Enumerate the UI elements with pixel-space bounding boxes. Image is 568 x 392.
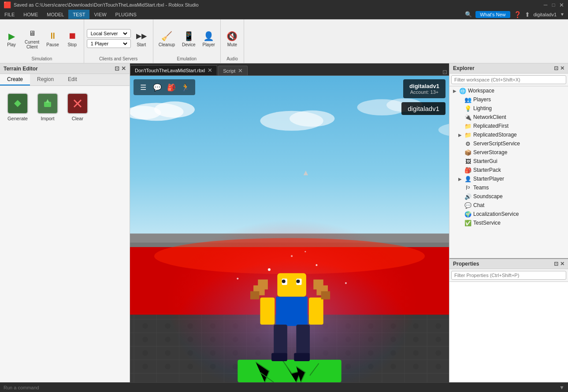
player-hud-account: Account: 13+ <box>409 89 439 95</box>
explorer-filter-input[interactable] <box>451 75 566 84</box>
tree-item-localizationservice[interactable]: ▶ 🌍 LocalizationService <box>449 210 568 218</box>
user-chevron[interactable]: ▼ <box>560 12 564 17</box>
device-button[interactable]: 📱 Device <box>179 28 198 49</box>
svg-rect-142 <box>321 291 330 299</box>
character-btn[interactable]: 🏃 <box>179 81 192 93</box>
viewport-tab-rbxl[interactable]: Don'tTouchTheLavaMidStart.rbxl ✕ <box>130 65 217 75</box>
tree-item-replicatedstorage[interactable]: ▶ 📁 ReplicatedStorage <box>449 130 568 139</box>
tree-item-starterplayer[interactable]: ▶ 👤 StarterPlayer <box>449 174 568 183</box>
menu-plugins[interactable]: PLUGINS <box>111 10 141 19</box>
chat-btn[interactable]: 💬 <box>151 81 163 93</box>
startergui-label: StarterGui <box>473 158 497 164</box>
menu-file[interactable]: FILE <box>0 10 19 19</box>
player-info-hud: digitaladv1 Account: 13+ <box>403 79 445 98</box>
properties-close[interactable]: ✕ <box>560 261 564 267</box>
menu-home[interactable]: HOME <box>19 10 42 19</box>
cleanup-button[interactable]: 🧹 Cleanup <box>156 28 178 49</box>
terrain-editor-pin[interactable]: ⊡ <box>115 65 119 72</box>
terrain-tab-region[interactable]: Region <box>30 74 61 85</box>
terrain-create-content: Generate Import <box>0 86 130 128</box>
whats-new-button[interactable]: What's New <box>475 11 510 18</box>
terrain-editor-controls: ⊡ ✕ <box>115 65 126 72</box>
help-icon[interactable]: ❓ <box>514 11 521 18</box>
terrain-editor-header: Terrain Editor ⊡ ✕ <box>0 63 130 74</box>
tree-item-serverstorage[interactable]: ▶ 📦 ServerStorage <box>449 148 568 157</box>
soundscape-label: Soundscape <box>473 193 503 200</box>
tree-item-replicatedfirst[interactable]: ▶ 📁 ReplicatedFirst <box>449 122 568 130</box>
replicatedfirst-icon: 📁 <box>464 122 471 129</box>
clear-tool[interactable]: Clear <box>67 93 88 121</box>
properties-filter-input[interactable] <box>451 271 566 280</box>
tree-item-serverscriptservice[interactable]: ▶ ⚙ ServerScriptService <box>449 139 568 148</box>
tab-script-close[interactable]: ✕ <box>238 68 243 74</box>
tree-item-testservice[interactable]: ▶ ✅ TestService <box>449 218 568 227</box>
explorer-close[interactable]: ✕ <box>560 65 564 71</box>
properties-pin[interactable]: ⊡ <box>554 261 558 267</box>
play-button[interactable]: ▶ Play <box>3 28 20 49</box>
user-label[interactable]: digitaladv1 <box>534 12 557 17</box>
terrain-editor-close[interactable]: ✕ <box>121 65 126 72</box>
simulation-section: ▶ Play 🖥 Current Client ⏸ Pause ⏹ Stop S… <box>0 19 84 63</box>
generate-tool[interactable]: Generate <box>7 93 28 121</box>
start-button[interactable]: ▶▶ Start <box>133 28 150 49</box>
svg-point-101 <box>436 350 441 355</box>
player-emulation-button[interactable]: 👤 Player <box>200 28 218 49</box>
explorer-tree: ▶ 🌐 Workspace ▶ 👥 Players ▶ 💡 Lighting <box>449 86 568 258</box>
terrain-tab-create[interactable]: Create <box>0 74 30 85</box>
current-client-button[interactable]: 🖥 Current Client <box>22 26 42 51</box>
explorer-pin[interactable]: ⊡ <box>554 65 558 71</box>
tree-item-workspace[interactable]: ▶ 🌐 Workspace <box>449 86 568 95</box>
tree-item-lighting[interactable]: ▶ 💡 Lighting <box>449 104 568 113</box>
workspace-label: Workspace <box>468 88 494 94</box>
share-icon[interactable]: ⬆ <box>525 11 530 18</box>
serverstorage-icon: 📦 <box>464 149 471 156</box>
menu-model[interactable]: MODEL <box>42 10 68 19</box>
menu-test[interactable]: TEST <box>68 10 89 19</box>
terrain-tab-edit[interactable]: Edit <box>61 74 84 85</box>
tree-item-players[interactable]: ▶ 👥 Players <box>449 95 568 104</box>
inventory-btn[interactable]: 🎒 <box>165 81 178 93</box>
minimize-btn[interactable]: ─ <box>542 2 549 8</box>
explorer-header: Explorer ⊡ ✕ <box>449 63 568 74</box>
serverstorage-label: ServerStorage <box>473 149 507 155</box>
viewport-tab-script[interactable]: Script ✕ <box>218 66 248 75</box>
viewport-toolbar: ☰ 💬 🎒 🏃 <box>134 79 195 95</box>
titlebar: 🟥 Saved as C:\Users\carec\Downloads\Don'… <box>0 0 568 10</box>
starterplayer-expand[interactable]: ▶ <box>457 176 463 181</box>
workspace-expand[interactable]: ▶ <box>452 88 457 93</box>
maximize-btn[interactable]: □ <box>550 2 557 8</box>
svg-point-143 <box>268 268 271 271</box>
menu-view[interactable]: VIEW <box>89 10 111 19</box>
import-icon-box <box>37 93 58 114</box>
svg-point-53 <box>165 323 171 329</box>
tree-item-soundscape[interactable]: ▶ 🔊 Soundscape <box>449 192 568 201</box>
command-input[interactable] <box>4 385 559 390</box>
tree-item-startergui[interactable]: ▶ 🖼 StarterGui <box>449 157 568 166</box>
testservice-icon: ✅ <box>464 219 471 226</box>
restore-viewport-btn[interactable]: ⊡ <box>442 69 447 75</box>
server-dropdown[interactable]: Local Server <box>87 29 131 38</box>
import-tool[interactable]: Import <box>37 93 58 121</box>
svg-rect-135 <box>271 353 287 361</box>
replicatedstorage-expand[interactable]: ▶ <box>457 132 463 137</box>
clear-label: Clear <box>72 116 83 121</box>
testservice-label: TestService <box>473 220 501 226</box>
startergui-icon: 🖼 <box>464 158 471 165</box>
tree-item-chat[interactable]: ▶ 💬 Chat <box>449 201 568 210</box>
hamburger-menu-btn[interactable]: ☰ <box>137 81 149 93</box>
svg-rect-134 <box>296 325 310 356</box>
player-dropdown[interactable]: 1 Player <box>87 39 131 48</box>
tab-rbxl-close[interactable]: ✕ <box>208 67 212 73</box>
svg-point-52 <box>142 323 148 329</box>
svg-point-88 <box>142 350 148 355</box>
svg-point-16 <box>290 111 334 127</box>
close-btn[interactable]: ✕ <box>558 2 564 8</box>
stop-button[interactable]: ⏹ Stop <box>63 28 81 49</box>
mute-button[interactable]: 🔇 Mute <box>223 28 241 49</box>
game-viewport[interactable]: ☰ 💬 🎒 🏃 digitaladv1 Account: 13+ digital… <box>130 76 449 382</box>
pause-button[interactable]: ⏸ Pause <box>44 28 61 49</box>
tree-item-teams[interactable]: ▶ 🏳 Teams <box>449 183 568 192</box>
explorer-panel: Explorer ⊡ ✕ ▶ 🌐 Workspace ▶ <box>449 63 568 259</box>
tree-item-networkclient[interactable]: ▶ 🔌 NetworkClient <box>449 113 568 122</box>
tree-item-starterpack[interactable]: ▶ 🎒 StarterPack <box>449 166 568 174</box>
